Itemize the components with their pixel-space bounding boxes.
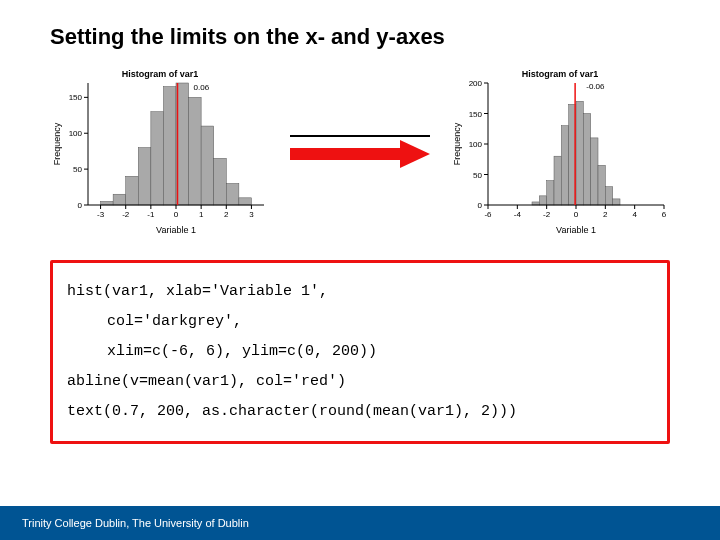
svg-text:0: 0 (78, 201, 83, 210)
svg-rect-11 (226, 183, 239, 205)
svg-rect-54 (598, 165, 605, 205)
histogram-right: Histogram of var1-6-4-20246050100150200V… (450, 67, 670, 237)
svg-text:0: 0 (174, 210, 179, 219)
svg-text:Histogram of var1: Histogram of var1 (122, 69, 199, 79)
svg-rect-51 (576, 101, 583, 205)
svg-text:-3: -3 (97, 210, 105, 219)
svg-text:4: 4 (632, 210, 637, 219)
svg-text:-2: -2 (122, 210, 130, 219)
svg-rect-9 (201, 126, 214, 205)
code-line-3: xlim=c(-6, 6), ylim=c(0, 200)) (67, 337, 653, 367)
svg-marker-43 (400, 140, 430, 168)
code-box: hist(var1, xlab='Variable 1', col='darkg… (50, 260, 670, 444)
svg-rect-46 (539, 196, 546, 205)
svg-rect-6 (163, 87, 176, 205)
svg-text:1: 1 (199, 210, 204, 219)
svg-rect-3 (126, 176, 139, 205)
svg-text:Histogram of var1: Histogram of var1 (522, 69, 599, 79)
svg-text:50: 50 (73, 165, 82, 174)
svg-text:0: 0 (574, 210, 579, 219)
svg-text:50: 50 (473, 171, 482, 180)
svg-text:2: 2 (224, 210, 229, 219)
svg-text:150: 150 (69, 93, 83, 102)
svg-text:150: 150 (469, 110, 483, 119)
code-line-4: abline(v=mean(var1), col='red') (67, 367, 653, 397)
footer-text: Trinity College Dublin, The University o… (22, 517, 249, 529)
svg-text:3: 3 (249, 210, 254, 219)
svg-rect-48 (554, 156, 561, 205)
charts-row: Histogram of var1-3-2-10123050100150Vari… (50, 62, 670, 242)
svg-text:-4: -4 (514, 210, 522, 219)
svg-text:Variable 1: Variable 1 (156, 225, 196, 235)
svg-rect-12 (239, 198, 252, 205)
svg-text:Frequency: Frequency (452, 122, 462, 165)
code-line-5: text(0.7, 200, as.character(round(mean(v… (67, 397, 653, 427)
svg-rect-53 (591, 138, 598, 205)
svg-text:200: 200 (469, 79, 483, 88)
svg-text:-0.06: -0.06 (586, 82, 605, 91)
svg-text:Variable 1: Variable 1 (556, 225, 596, 235)
svg-rect-47 (547, 181, 554, 205)
footer: Trinity College Dublin, The University o… (0, 506, 720, 540)
svg-text:0.06: 0.06 (194, 83, 210, 92)
svg-rect-1 (101, 201, 114, 205)
svg-text:100: 100 (69, 129, 83, 138)
histogram-left: Histogram of var1-3-2-10123050100150Vari… (50, 67, 270, 237)
svg-rect-5 (151, 112, 164, 205)
svg-rect-52 (583, 114, 590, 206)
svg-rect-4 (138, 148, 151, 205)
page-title: Setting the limits on the x- and y-axes (50, 24, 670, 50)
svg-rect-42 (290, 148, 400, 160)
code-line-2: col='darkgrey', (67, 307, 653, 337)
svg-text:-6: -6 (484, 210, 492, 219)
svg-rect-55 (605, 187, 612, 205)
svg-rect-8 (189, 97, 202, 205)
svg-text:6: 6 (662, 210, 667, 219)
svg-rect-49 (561, 126, 568, 205)
svg-text:100: 100 (469, 140, 483, 149)
svg-rect-10 (214, 158, 227, 205)
arrow-icon (284, 130, 436, 174)
svg-text:2: 2 (603, 210, 608, 219)
svg-text:0: 0 (478, 201, 483, 210)
svg-rect-2 (113, 194, 126, 205)
svg-text:-1: -1 (147, 210, 155, 219)
svg-rect-56 (613, 199, 620, 205)
svg-text:-2: -2 (543, 210, 551, 219)
code-line-1: hist(var1, xlab='Variable 1', (67, 277, 653, 307)
svg-text:Frequency: Frequency (52, 122, 62, 165)
